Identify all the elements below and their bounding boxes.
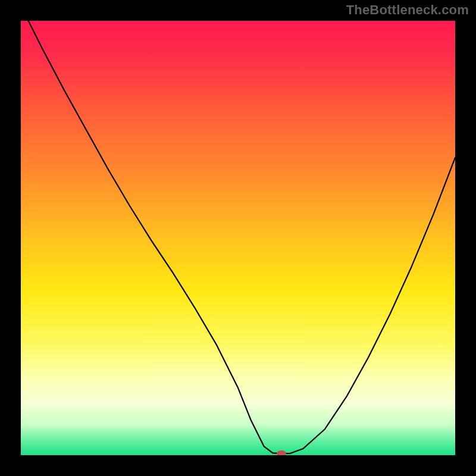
chart-svg xyxy=(21,21,455,455)
chart-background xyxy=(21,21,455,455)
watermark-text: TheBottleneck.com xyxy=(346,2,469,18)
chart-plot-area xyxy=(21,21,455,455)
